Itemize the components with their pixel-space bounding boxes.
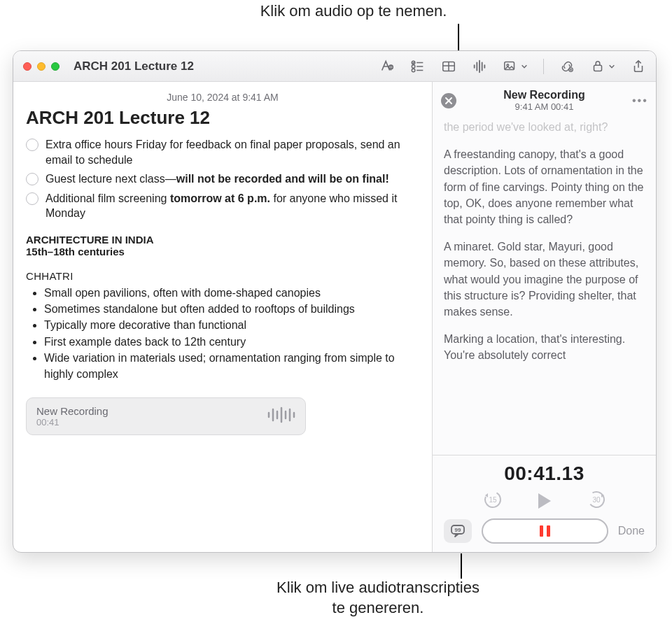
ellipsis-icon: ••• [632, 94, 648, 106]
table-icon [441, 59, 456, 74]
bullet-item: Sometimes standalone but often added to … [44, 301, 419, 317]
transcript: the period we've looked at, right? A fre… [433, 112, 656, 455]
close-window-button[interactable] [23, 62, 31, 71]
transcription-icon: 99 [450, 524, 465, 538]
media-icon [503, 59, 518, 74]
table-button[interactable] [441, 59, 456, 74]
checkbox[interactable] [26, 173, 38, 185]
minimize-window-button[interactable] [37, 62, 46, 71]
checklist-item[interactable]: Guest lecture next class—will not be rec… [26, 171, 419, 187]
done-button[interactable]: Done [618, 525, 645, 537]
note-content: June 10, 2024 at 9:41 AM ARCH 201 Lectur… [13, 82, 432, 552]
recording-name: New Recording [36, 405, 108, 417]
recording-timer: 00:41.13 [444, 462, 645, 485]
forward-30-button[interactable]: 30 [586, 489, 607, 513]
zoom-window-button[interactable] [51, 62, 59, 71]
annotation-pointer [461, 553, 462, 579]
chevron-down-icon [521, 63, 528, 70]
app-window: ARCH 201 Lecture 12 [13, 50, 657, 553]
checklist-item-text: Additional film screening tomorrow at 6 … [46, 191, 419, 221]
subsection-label: CHHATRI [26, 270, 419, 282]
live-transcription-button[interactable]: 99 [444, 519, 472, 543]
svg-text:15: 15 [489, 496, 497, 504]
chevron-down-icon [608, 63, 615, 70]
recording-panel: New Recording 9:41 AM 00:41 ••• the peri… [432, 82, 656, 552]
section-subheading: 15th–18th centuries [26, 246, 419, 257]
checklist-icon [410, 59, 426, 74]
svg-text:99: 99 [455, 527, 461, 533]
close-icon [444, 97, 453, 105]
format-icon [379, 59, 395, 74]
toolbar-separator [543, 59, 544, 74]
svg-text:30: 30 [592, 496, 601, 504]
link-button[interactable] [559, 59, 575, 74]
more-options-button[interactable]: ••• [632, 94, 648, 107]
checklist: Extra office hours Friday for feedback o… [26, 137, 419, 221]
forward-icon: 30 [586, 489, 607, 510]
titlebar: ARCH 201 Lecture 12 [13, 51, 656, 82]
waveform-icon [472, 59, 487, 74]
rewind-icon: 15 [482, 489, 503, 510]
recording-duration: 00:41 [36, 417, 108, 427]
recording-panel-header: New Recording 9:41 AM 00:41 ••• [433, 82, 656, 112]
lock-button[interactable] [590, 59, 615, 74]
close-panel-button[interactable] [441, 93, 456, 108]
section-heading: ARCHITECTURE IN INDIA [26, 234, 419, 246]
window-title: ARCH 201 Lecture 12 [74, 59, 194, 73]
bullet-item: First example dates back to 12th century [44, 334, 419, 350]
play-button[interactable] [538, 493, 551, 509]
media-button[interactable] [503, 59, 528, 74]
transcript-paragraph: Marking a location, that's interesting. … [444, 331, 645, 363]
share-icon [631, 59, 646, 74]
checklist-item[interactable]: Extra office hours Friday for feedback o… [26, 137, 419, 167]
rewind-15-button[interactable]: 15 [482, 489, 503, 513]
svg-point-1 [412, 64, 415, 68]
format-button[interactable] [379, 59, 395, 74]
svg-point-2 [412, 69, 415, 72]
recording-subtitle: 9:41 AM 00:41 [462, 101, 626, 112]
waveform-icon [267, 406, 295, 427]
checklist-button[interactable] [410, 59, 426, 74]
bullet-item: Typically more decorative than functiona… [44, 317, 419, 333]
pause-icon [540, 525, 550, 537]
checklist-item-text: Extra office hours Friday for feedback o… [46, 137, 419, 167]
lock-icon [590, 59, 606, 74]
traffic-lights [23, 62, 59, 71]
checklist-item[interactable]: Additional film screening tomorrow at 6 … [26, 191, 419, 221]
note-date: June 10, 2024 at 9:41 AM [26, 92, 419, 103]
record-audio-button[interactable] [472, 59, 487, 74]
note-title: ARCH 201 Lecture 12 [26, 107, 419, 129]
recording-attachment[interactable]: New Recording 00:41 [26, 397, 306, 435]
annotation-label: Klik om live audiotranscripties te gener… [164, 578, 592, 618]
transcript-paragraph: A minaret. Gold star, Mayuri, good memor… [444, 239, 645, 320]
bullet-item: Wide variation in materials used; orname… [44, 350, 419, 382]
checkbox[interactable] [26, 192, 38, 205]
link-icon [559, 59, 575, 74]
toolbar [379, 59, 646, 74]
pause-recording-button[interactable] [482, 518, 608, 544]
bullet-item: Small open pavilions, often with dome-sh… [44, 285, 419, 301]
transcript-line-faded: the period we've looked at, right? [444, 119, 645, 135]
checklist-item-text: Guest lecture next class—will not be rec… [46, 171, 389, 187]
share-button[interactable] [631, 59, 646, 74]
svg-rect-7 [594, 65, 602, 71]
playback-controls: 00:41.13 15 30 [433, 455, 656, 552]
transcript-paragraph: A freestanding canopy, that's a good des… [444, 146, 645, 227]
annotation-label: Klik om audio op te nemen. [210, 1, 497, 22]
recording-title: New Recording [462, 89, 626, 101]
checkbox[interactable] [26, 139, 38, 151]
bullet-list: Small open pavilions, often with dome-sh… [29, 285, 419, 382]
